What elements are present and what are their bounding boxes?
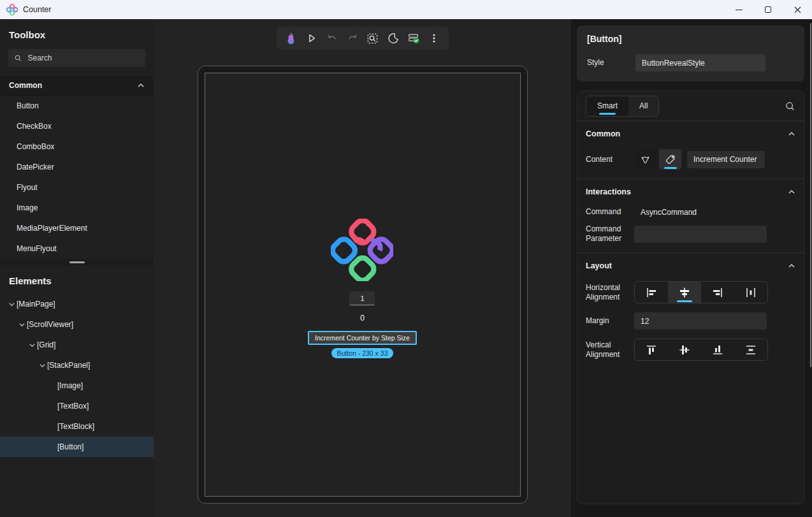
toolbox-item-button[interactable]: Button [0, 96, 154, 116]
content-value-input[interactable] [687, 151, 765, 168]
toolbox-item-mediaplayerelement[interactable]: MediaPlayerElement [0, 218, 154, 238]
content-label: Content [586, 155, 634, 164]
redo-icon[interactable] [344, 29, 361, 47]
tree-item-label: [TextBlock] [57, 422, 94, 431]
align-right-icon[interactable] [701, 282, 734, 303]
search-icon [14, 54, 22, 62]
toolbox-item-image[interactable]: Image [0, 198, 154, 218]
panel-splitter[interactable] [0, 259, 154, 265]
elements-panel: Elements [MainPage] [ScrollViewer] [Grid… [0, 265, 154, 517]
toolbox-search[interactable] [8, 49, 145, 67]
section-interactions[interactable]: Interactions [586, 179, 795, 205]
more-options-icon[interactable] [426, 29, 442, 47]
titlebar: Counter [0, 0, 812, 19]
close-button[interactable] [783, 0, 812, 19]
step-size-textbox[interactable]: 1 [349, 291, 375, 305]
tree-item-label: [Grid] [37, 340, 55, 349]
toolbox-list: Button CheckBox ComboBox DatePicker Flyo… [0, 96, 154, 259]
toolbox-section-label: Common [9, 81, 42, 90]
tab-all[interactable]: All [628, 96, 658, 116]
design-canvas[interactable]: 1 0 Increment Counter by Step Size Butto… [154, 19, 571, 517]
toolbox-item-checkbox[interactable]: CheckBox [0, 116, 154, 136]
tree-item-label: [Image] [57, 381, 83, 390]
chevron-up-icon [137, 82, 145, 89]
section-common[interactable]: Common [586, 121, 795, 147]
tree-item-label: [MainPage] [17, 300, 55, 309]
chevron-down-icon [39, 362, 46, 369]
tree-item-mainpage[interactable]: [MainPage] [0, 294, 154, 314]
maximize-button[interactable] [753, 0, 783, 19]
tree-item-textblock[interactable]: [TextBlock] [0, 416, 154, 437]
margin-input[interactable] [634, 312, 767, 330]
toolbox-item-flyout[interactable]: Flyout [0, 177, 154, 198]
tree-item-button-selected[interactable]: [Button] [0, 437, 154, 457]
align-center-icon[interactable] [668, 282, 701, 303]
theme-moon-icon[interactable] [385, 29, 402, 47]
command-parameter-input[interactable] [634, 226, 767, 243]
uno-logo-image[interactable] [331, 219, 393, 281]
tree-item-grid[interactable]: [Grid] [0, 335, 154, 355]
tree-item-scrollviewer[interactable]: [ScrollViewer] [0, 314, 154, 335]
properties-card: Smart All Common Content [577, 91, 804, 504]
device-screen[interactable]: 1 0 Increment Counter by Step Size Butto… [205, 73, 521, 497]
align-vstretch-icon[interactable] [734, 339, 767, 360]
command-parameter-label: Command Parameter [586, 224, 634, 244]
tag-icon[interactable] [659, 149, 681, 170]
vertical-alignment-label: Vertical Alignment [586, 340, 634, 360]
toolbox-item-menuflyout[interactable]: MenuFlyout [0, 238, 154, 259]
tree-item-label: [ScrollViewer] [27, 320, 73, 329]
tree-item-textbox[interactable]: [TextBox] [0, 396, 154, 416]
chevron-up-icon [788, 188, 795, 196]
connection-status-icon[interactable] [405, 29, 422, 47]
toolbox-section-common[interactable]: Common [0, 76, 154, 96]
tree-item-label: [StackPanel] [47, 361, 90, 370]
tree-item-stackpanel[interactable]: [StackPanel] [0, 355, 154, 375]
counter-textblock: 0 [360, 314, 365, 323]
selected-element-title: [Button] [587, 34, 794, 44]
toolbox-title: Toolbox [0, 19, 154, 48]
tree-item-image[interactable]: [Image] [0, 375, 154, 396]
sidebar: Toolbox Common Button CheckBox ComboBox … [0, 19, 154, 517]
vertical-alignment-group [634, 339, 768, 361]
chevron-up-icon [788, 262, 795, 270]
tree-item-label: [TextBox] [57, 402, 89, 411]
horizontal-alignment-label: Horizontal Alignment [586, 283, 634, 302]
chevron-down-icon [29, 342, 36, 349]
increment-counter-button[interactable]: Increment Counter by Step Size [308, 331, 417, 345]
elements-title: Elements [0, 265, 154, 294]
undo-icon[interactable] [324, 29, 340, 47]
hot-reload-flame-icon[interactable] [283, 29, 300, 47]
toolbox-item-datepicker[interactable]: DatePicker [0, 157, 154, 177]
horizontal-alignment-group [634, 281, 768, 303]
minimize-button[interactable] [724, 0, 753, 19]
inspector-scrollbar[interactable] [810, 23, 811, 367]
style-input[interactable] [635, 54, 765, 71]
selection-size-badge: Button - 230 x 33 [331, 348, 394, 358]
selected-element-card: [Button] Style [577, 25, 804, 82]
align-stretch-icon[interactable] [734, 282, 767, 303]
designer-toolbar [277, 27, 449, 50]
selection-zoom-icon[interactable] [365, 29, 381, 47]
command-value[interactable]: AsyncCommand [641, 208, 697, 217]
align-top-icon[interactable] [635, 339, 668, 360]
section-interactions-label: Interactions [586, 187, 631, 196]
align-left-icon[interactable] [635, 282, 668, 303]
align-bottom-icon[interactable] [701, 339, 734, 360]
splitter-handle-icon [69, 261, 85, 263]
toolbox-search-input[interactable] [27, 54, 140, 62]
toolbox-item-combobox[interactable]: ComboBox [0, 136, 154, 157]
app-logo-icon [6, 4, 18, 15]
section-common-label: Common [586, 129, 620, 138]
play-icon[interactable] [303, 29, 320, 47]
window-title: Counter [23, 5, 51, 14]
tab-smart[interactable]: Smart [586, 96, 628, 116]
section-layout[interactable]: Layout [586, 253, 795, 279]
properties-search-icon[interactable] [785, 101, 795, 112]
margin-label: Margin [586, 316, 634, 326]
binding-icon[interactable] [634, 149, 656, 170]
align-middle-icon[interactable] [668, 339, 701, 360]
device-frame: 1 0 Increment Counter by Step Size Butto… [198, 66, 528, 504]
style-label: Style [587, 58, 635, 68]
property-inspector: [Button] Style Smart All Common [571, 19, 812, 517]
chevron-down-icon [18, 321, 25, 328]
